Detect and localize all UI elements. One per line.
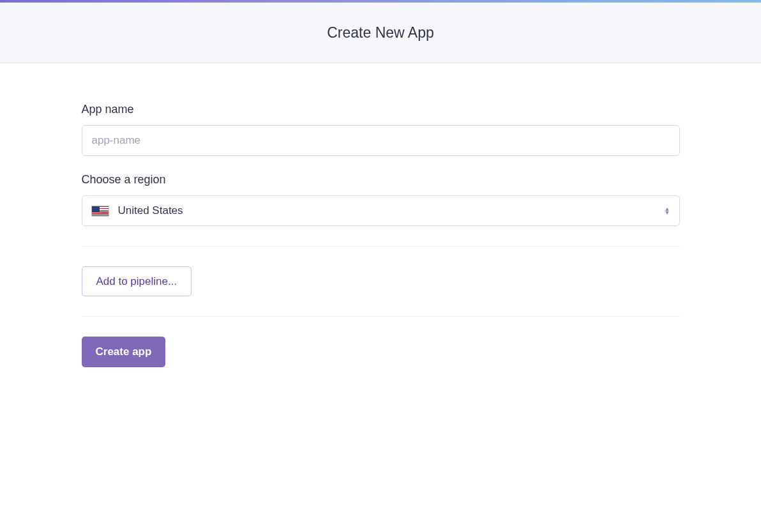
region-select[interactable]: United States ▲▼ <box>82 195 680 226</box>
form-container: App name Choose a region United States ▲… <box>82 63 680 367</box>
region-label: Choose a region <box>82 173 680 186</box>
page-title: Create New App <box>327 24 433 42</box>
region-selected-value: United States <box>118 204 183 217</box>
pipeline-section: Add to pipeline... <box>82 247 680 316</box>
us-flag-icon <box>91 206 109 217</box>
submit-section: Create app <box>82 317 680 367</box>
app-name-section: App name <box>82 103 680 156</box>
app-name-label: App name <box>82 103 680 116</box>
app-name-input[interactable] <box>82 125 680 156</box>
add-to-pipeline-button[interactable]: Add to pipeline... <box>82 266 192 296</box>
select-arrows-icon: ▲▼ <box>665 207 670 215</box>
region-section: Choose a region United States ▲▼ <box>82 173 680 226</box>
page-header: Create New App <box>0 3 761 63</box>
create-app-button[interactable]: Create app <box>82 337 166 367</box>
